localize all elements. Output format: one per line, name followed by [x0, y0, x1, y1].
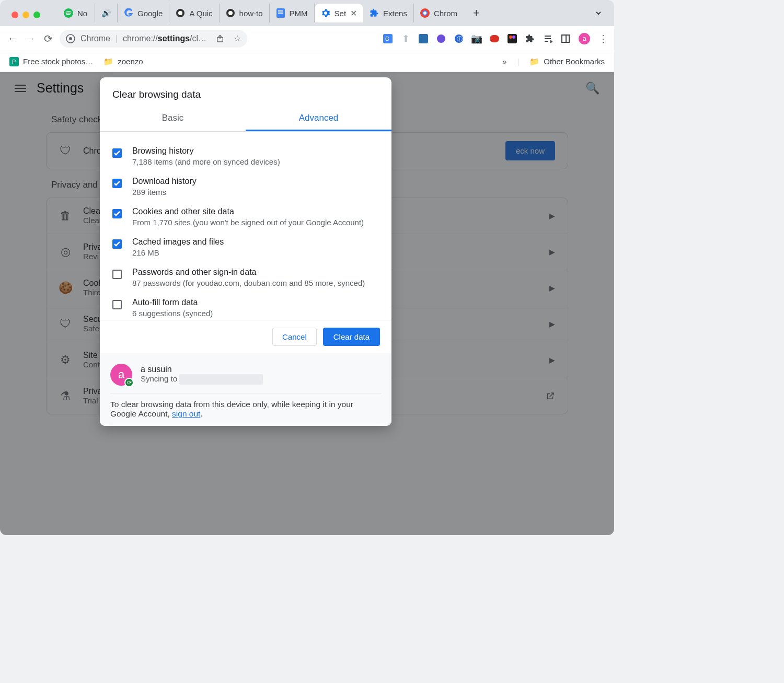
tab-aquick[interactable]: A Quic: [169, 4, 219, 22]
translate-ext-icon[interactable]: G: [383, 34, 393, 43]
tab-basic[interactable]: Basic: [100, 107, 246, 131]
window-controls[interactable]: [11, 11, 40, 18]
upload-ext-icon[interactable]: ⬆: [401, 34, 410, 43]
figma-ext-icon[interactable]: [508, 34, 517, 43]
bookmarks-bar: P Free stock photos… 📁 zoenzo » | 📁 Othe…: [0, 51, 614, 72]
tab-label: A Quic: [189, 9, 212, 18]
svg-text:G: G: [385, 36, 389, 42]
option-title: Passwords and other sign-in data: [132, 268, 365, 277]
ext-icon-2[interactable]: [436, 34, 446, 43]
side-panel-icon[interactable]: [561, 34, 570, 43]
tab-chrome[interactable]: Chrom: [414, 4, 464, 22]
svg-point-17: [437, 34, 445, 43]
back-button[interactable]: ←: [6, 32, 19, 44]
clear-browsing-data-dialog: Clear browsing data Basic Advanced Brows…: [100, 77, 391, 426]
close-window-icon[interactable]: [11, 11, 18, 18]
camera-ext-icon[interactable]: 📷: [472, 34, 481, 43]
option-row: Auto-fill form data6 suggestions (synced…: [112, 293, 379, 320]
tab-howto[interactable]: how-to: [220, 4, 270, 22]
bookmark-star-icon[interactable]: ☆: [234, 33, 241, 43]
svg-point-12: [69, 37, 72, 40]
svg-point-10: [423, 11, 426, 15]
tab-label: No: [77, 9, 87, 18]
forward-button[interactable]: →: [24, 32, 37, 44]
speaker-icon: 🔊: [101, 8, 111, 18]
clear-data-button[interactable]: Clear data: [323, 328, 380, 346]
option-subtitle: 6 suggestions (synced): [132, 309, 213, 318]
tab-label: Extens: [383, 9, 407, 18]
kebab-menu-icon[interactable]: ⋮: [598, 34, 608, 43]
checkbox[interactable]: [112, 179, 122, 188]
tab-extensions[interactable]: Extens: [363, 4, 414, 22]
share-icon[interactable]: [216, 34, 224, 43]
tab-spotify[interactable]: No: [57, 4, 95, 22]
spotify-icon: [64, 8, 73, 18]
svg-rect-21: [508, 34, 517, 43]
svg-text:ⓘ: ⓘ: [457, 36, 463, 42]
checkbox[interactable]: [112, 209, 122, 218]
bookmarks-overflow[interactable]: »: [502, 57, 506, 66]
option-subtitle: From 1,770 sites (you won't be signed ou…: [132, 218, 364, 227]
tab-pmm[interactable]: PMM: [270, 4, 315, 22]
tab-settings[interactable]: Set ✕: [315, 4, 364, 22]
folder-icon: 📁: [529, 57, 539, 66]
docs-icon: [276, 8, 285, 18]
address-bar[interactable]: Chrome | chrome://settings/cl… ☆: [60, 30, 247, 48]
tab-label: how-to: [239, 9, 263, 18]
svg-text:P: P: [12, 59, 16, 65]
tab-strip: No 🔊 Google A Quic how-to PMM Set ✕ Ext: [0, 0, 614, 26]
option-title: Browsing history: [132, 146, 280, 156]
tab-audio[interactable]: 🔊: [95, 4, 118, 22]
option-row: Cookies and other site dataFrom 1,770 si…: [112, 202, 379, 232]
new-tab-button[interactable]: +: [468, 6, 485, 20]
folder-icon: 📁: [103, 57, 113, 66]
puzzle-icon: [370, 8, 379, 18]
option-title: Cached images and files: [132, 237, 224, 247]
tab-label: Set: [335, 9, 347, 18]
tab-label: Google: [137, 9, 163, 18]
tab-label: Chrom: [434, 9, 457, 18]
url-scheme: Chrome: [80, 34, 110, 43]
footer-message: To clear browsing data from this device …: [110, 393, 381, 419]
extensions-icon[interactable]: [525, 34, 535, 43]
ext-icon-3[interactable]: ⓘ: [454, 34, 464, 43]
svg-rect-20: [490, 35, 499, 42]
svg-rect-6: [278, 10, 283, 11]
option-row: Cached images and files216 MB: [112, 232, 379, 262]
ext-icon-4[interactable]: [490, 34, 499, 43]
account-avatar: a⟳: [110, 364, 132, 386]
cancel-button[interactable]: Cancel: [272, 328, 317, 346]
minimize-window-icon[interactable]: [22, 11, 29, 18]
profile-avatar[interactable]: a: [579, 33, 590, 44]
pexels-icon: P: [9, 57, 19, 66]
tab-search-icon[interactable]: [590, 9, 607, 17]
dialog-title: Clear browsing data: [100, 77, 391, 107]
ext-icon-1[interactable]: [419, 34, 428, 43]
redacted-email: [179, 374, 263, 385]
option-subtitle: 87 passwords (for youdao.com, douban.com…: [132, 279, 365, 287]
bookmark-pexels[interactable]: P Free stock photos…: [9, 57, 93, 66]
maximize-window-icon[interactable]: [33, 11, 40, 18]
bookmark-zoenzo[interactable]: 📁 zoenzo: [103, 57, 143, 66]
tab-advanced[interactable]: Advanced: [246, 107, 391, 131]
globe-icon: [226, 8, 235, 18]
sync-badge-icon: ⟳: [124, 378, 134, 387]
checkbox[interactable]: [112, 239, 122, 249]
checkbox[interactable]: [112, 148, 122, 158]
close-tab-icon[interactable]: ✕: [350, 8, 357, 18]
reload-button[interactable]: ⟳: [42, 32, 54, 45]
sign-out-link[interactable]: sign out: [172, 409, 200, 418]
option-title: Auto-fill form data: [132, 298, 213, 307]
other-bookmarks[interactable]: 📁 Other Bookmarks: [529, 57, 605, 66]
option-row: Download history289 items: [112, 171, 379, 202]
checkbox[interactable]: [112, 300, 122, 309]
checkbox[interactable]: [112, 270, 122, 279]
svg-point-2: [178, 11, 182, 15]
chrome-icon: [420, 8, 430, 18]
tab-google[interactable]: Google: [118, 4, 169, 22]
syncing-label: Syncing to: [141, 374, 177, 383]
option-subtitle: 7,188 items (and more on synced devices): [132, 157, 280, 166]
tab-label: PMM: [290, 9, 308, 18]
option-subtitle: 289 items: [132, 188, 197, 196]
reading-list-icon[interactable]: [543, 34, 552, 43]
